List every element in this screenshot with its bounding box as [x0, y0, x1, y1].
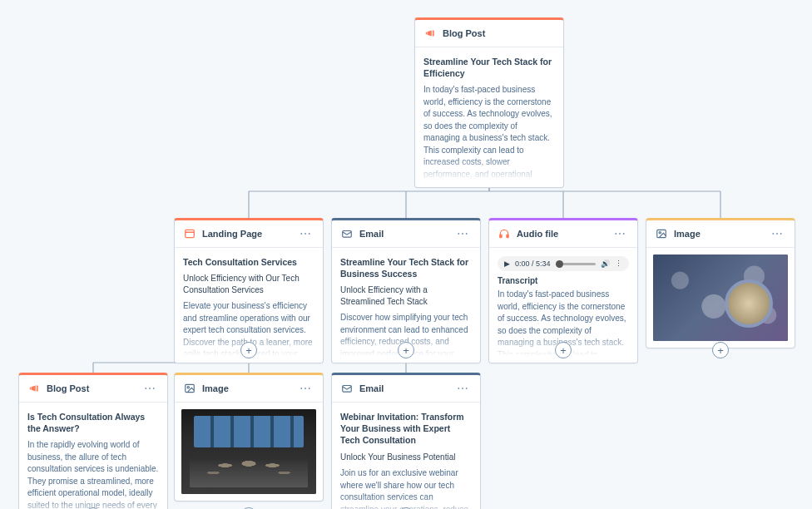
card-subtitle: Unlock Efficiency with Our Tech Consulta… [183, 273, 314, 295]
svg-rect-15 [500, 235, 502, 238]
svg-point-20 [187, 387, 189, 388]
transcript-label: Transcript [498, 276, 629, 285]
svg-rect-14 [343, 231, 352, 238]
card-subtitle: Unlock Efficiency with a Streamlined Tec… [340, 284, 472, 307]
svg-rect-21 [343, 386, 352, 393]
card-menu-icon[interactable]: ⋯ [141, 383, 159, 393]
card-type-label: Blog Post [47, 383, 141, 393]
card-type-label: Image [674, 229, 768, 239]
card-menu-icon[interactable]: ⋯ [453, 229, 472, 239]
headphones-icon [498, 227, 511, 240]
card-type-label: Email [359, 229, 453, 239]
card-menu-icon[interactable]: ⋯ [296, 383, 314, 393]
card-type-label: Blog Post [443, 28, 555, 38]
audio-more-icon[interactable]: ⋮ [615, 259, 622, 268]
card-email-2[interactable]: Email ⋯ Webinar Invitation: Transform Yo… [331, 373, 481, 509]
card-title: Webinar Invitation: Transform Your Busin… [340, 411, 472, 447]
window-icon [183, 227, 196, 240]
megaphone-icon [27, 382, 41, 395]
play-icon[interactable]: ▶ [504, 259, 510, 268]
envelope-icon [340, 227, 354, 240]
card-body-text: In today's fast-paced business world, ef… [423, 84, 555, 180]
add-node-button[interactable]: + [240, 342, 257, 358]
image-icon [655, 227, 668, 240]
card-type-label: Image [202, 383, 296, 393]
image-thumbnail [653, 254, 788, 341]
card-menu-icon[interactable]: ⋯ [453, 383, 472, 393]
card-body-text: In the rapidly evolving world of busines… [27, 439, 159, 509]
card-root-blog-post[interactable]: Blog Post Streamline Your Tech Stack for… [414, 17, 564, 188]
card-image-1[interactable]: Image ⋯ [646, 218, 795, 348]
card-title: Tech Consultation Services [183, 256, 314, 268]
volume-icon[interactable]: 🔊 [601, 259, 610, 268]
card-title: Streamline Your Tech Stack for Efficienc… [423, 56, 555, 79]
add-node-button[interactable]: + [398, 342, 414, 358]
card-type-label: Email [359, 383, 453, 393]
svg-rect-12 [186, 230, 195, 237]
card-title: Is Tech Consultation Always the Answer? [27, 411, 159, 434]
svg-rect-16 [507, 235, 508, 238]
card-blog-post-2[interactable]: Blog Post ⋯ Is Tech Consultation Always … [18, 373, 168, 509]
card-body-text: Join us for an exclusive webinar where w… [340, 467, 472, 509]
card-menu-icon[interactable]: ⋯ [611, 229, 629, 239]
diagram-canvas[interactable]: Blog Post Streamline Your Tech Stack for… [0, 0, 812, 509]
image-thumbnail [181, 409, 316, 494]
add-node-button[interactable]: + [712, 342, 729, 358]
card-subtitle: Unlock Your Business Potential [340, 452, 472, 463]
svg-point-18 [659, 232, 661, 234]
card-type-label: Landing Page [202, 229, 296, 239]
card-title: Streamline Your Tech Stack for Business … [340, 256, 472, 279]
audio-player[interactable]: ▶ 0:00 / 5:34 🔊 ⋮ [498, 256, 629, 271]
add-node-button[interactable]: + [555, 342, 572, 358]
megaphone-icon [423, 27, 437, 40]
image-icon [183, 382, 196, 395]
card-type-label: Audio file [517, 229, 611, 239]
envelope-icon [340, 382, 354, 395]
audio-track[interactable] [556, 263, 596, 265]
card-image-2[interactable]: Image ⋯ [174, 373, 324, 502]
card-menu-icon[interactable]: ⋯ [296, 229, 314, 239]
card-menu-icon[interactable]: ⋯ [768, 229, 786, 239]
audio-time: 0:00 / 5:34 [515, 259, 551, 268]
